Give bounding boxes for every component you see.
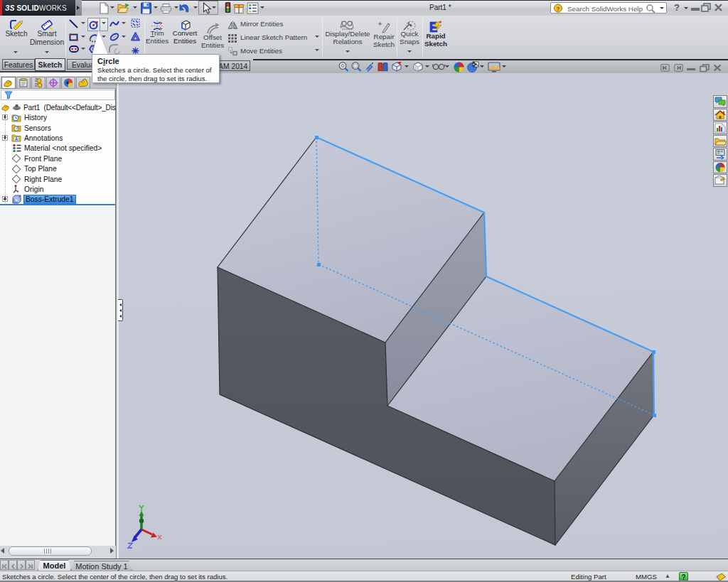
svg-text:A: A bbox=[15, 136, 18, 141]
svg-text:?: ? bbox=[557, 6, 560, 12]
